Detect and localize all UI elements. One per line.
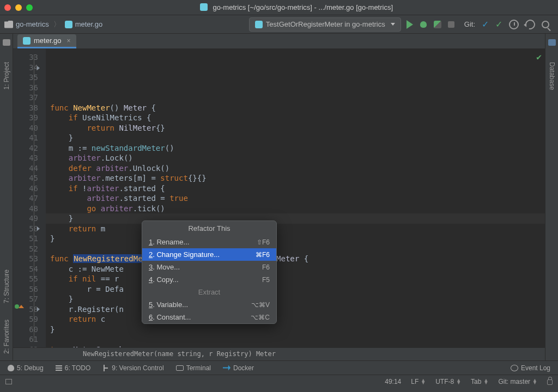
refactor-item-move[interactable]: 3. Move...F6 <box>142 261 276 273</box>
editor-panel: meter.go × 33343536373839404142434445464… <box>13 34 545 360</box>
maximize-window-button[interactable] <box>26 4 33 11</box>
go-file-icon <box>23 37 31 45</box>
status-bar: 49:14 LF▲▼ UTF-8▲▼ Tab▲▼ Git: master▲▼ <box>0 375 558 388</box>
terminal-tool-button[interactable]: Terminal <box>176 364 211 372</box>
history-button[interactable] <box>509 20 519 29</box>
project-tool-button[interactable]: 1: Project <box>3 62 10 90</box>
chevron-right-icon: 〉 <box>53 20 60 29</box>
debug-button[interactable] <box>420 21 427 28</box>
breadcrumb: go-metrics 〉 meter.go <box>4 20 249 29</box>
refactor-item-rename[interactable]: 1. Rename...⇧F6 <box>142 236 276 248</box>
inspection-ok-icon[interactable]: ✔ <box>536 52 542 63</box>
test-config-icon <box>255 21 263 28</box>
project-icon <box>200 3 208 11</box>
git-branch-widget[interactable]: Git: master▲▼ <box>498 378 537 385</box>
run-configuration-dropdown[interactable]: TestGetOrRegisterMeter in go-metrics <box>249 17 401 32</box>
debug-tool-button[interactable]: 5: Debug <box>8 364 44 372</box>
close-tab-button[interactable]: × <box>67 37 71 45</box>
popup-title: Refactor This <box>142 221 276 236</box>
git-update-button[interactable]: ✓ <box>482 19 489 29</box>
code-area[interactable]: ✔ func NewMeter() Meter { if UseNilMetri… <box>46 49 545 347</box>
folder-icon <box>4 21 13 28</box>
titlebar: go-metrics [~/go/src/go-metrics] - .../m… <box>0 0 558 15</box>
docker-icon <box>223 365 231 371</box>
line-separator-widget[interactable]: LF▲▼ <box>411 378 426 385</box>
window-controls <box>4 4 33 11</box>
navigation-toolbar: go-metrics 〉 meter.go TestGetOrRegisterM… <box>0 15 558 34</box>
close-window-button[interactable] <box>4 4 11 11</box>
refactor-item-copy[interactable]: 4. Copy...F5 <box>142 273 276 286</box>
refactor-item-change-signature[interactable]: 2. Change Signature...⌘F6 <box>142 248 276 261</box>
event-log-icon <box>511 365 518 371</box>
readonly-toggle[interactable] <box>547 379 553 385</box>
refactor-item-variable[interactable]: 5. Variable...⌥⌘V <box>142 298 276 311</box>
editor-breadcrumb[interactable]: NewRegisteredMeter(name string, r Regist… <box>13 347 545 360</box>
event-log-button[interactable]: Event Log <box>511 364 550 372</box>
structure-tool-button[interactable]: 7: Structure <box>3 270 10 303</box>
run-button[interactable] <box>407 20 413 29</box>
editor-tab-meter[interactable]: meter.go × <box>17 34 76 48</box>
go-file-icon <box>65 21 72 28</box>
gutter-marker[interactable] <box>15 304 23 309</box>
popup-section-extract: Extract <box>142 286 276 298</box>
git-commit-button[interactable]: ✓ <box>495 19 502 29</box>
branch-icon <box>102 365 109 371</box>
indent-widget[interactable]: Tab▲▼ <box>471 378 488 385</box>
stop-button[interactable] <box>448 21 454 28</box>
todo-tool-button[interactable]: 6: TODO <box>56 364 91 372</box>
right-tool-rail: Database <box>545 34 558 360</box>
breadcrumb-project[interactable]: go-metrics <box>4 20 49 28</box>
terminal-icon <box>176 365 184 371</box>
run-coverage-button[interactable] <box>434 21 441 28</box>
window-title: go-metrics [~/go/src/go-metrics] - .../m… <box>39 3 554 11</box>
version-control-tool-button[interactable]: 9: Version Control <box>102 364 163 372</box>
caret-position[interactable]: 49:14 <box>385 378 401 385</box>
run-toolbar: Git: ✓ ✓ <box>407 19 549 29</box>
refactor-item-constant[interactable]: 6. Constant...⌥⌘C <box>142 311 276 323</box>
database-tool-icon <box>548 39 556 46</box>
bug-icon <box>8 365 14 371</box>
project-tool-icon <box>3 39 10 46</box>
minimize-window-button[interactable] <box>15 4 22 11</box>
database-tool-button[interactable]: Database <box>548 62 556 90</box>
left-tool-rail: 1: Project 7: Structure 2: Favorites <box>0 34 13 360</box>
code-editor[interactable]: 3334353637383940414243444546474849505152… <box>13 49 545 347</box>
bottom-tool-bar: 5: Debug 6: TODO 9: Version Control Term… <box>0 360 558 375</box>
rollback-button[interactable] <box>524 17 537 31</box>
breadcrumb-file[interactable]: meter.go <box>65 20 103 28</box>
main-area: 1: Project 7: Structure 2: Favorites met… <box>0 34 558 360</box>
docker-tool-button[interactable]: Docker <box>223 364 254 372</box>
encoding-widget[interactable]: UTF-8▲▼ <box>435 378 461 385</box>
refactor-this-popup: Refactor This 1. Rename...⇧F62. Change S… <box>142 220 277 324</box>
editor-tabs: meter.go × <box>13 34 545 49</box>
gutter[interactable]: 3334353637383940414243444546474849505152… <box>13 49 46 347</box>
list-icon <box>56 365 62 371</box>
chevron-down-icon <box>391 23 395 26</box>
favorites-tool-button[interactable]: 2: Favorites <box>3 320 10 354</box>
search-everywhere-button[interactable] <box>542 21 549 28</box>
git-label: Git: <box>464 20 475 28</box>
tool-window-toggle[interactable] <box>5 379 12 384</box>
